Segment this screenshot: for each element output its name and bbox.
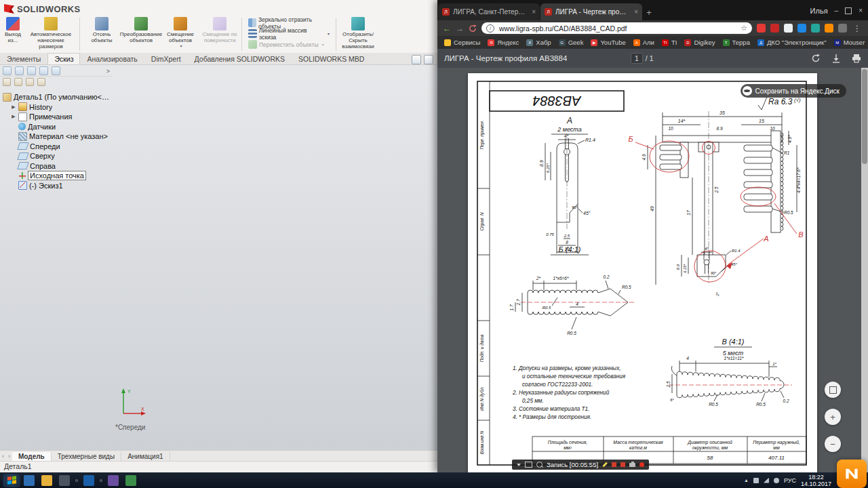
filter-icon[interactable] [3, 78, 11, 86]
extension-icon[interactable] [811, 24, 820, 33]
download-icon[interactable] [831, 54, 841, 63]
tree-item-material[interactable]: Материал <не указан> [0, 131, 113, 142]
part-icon[interactable] [14, 78, 22, 86]
extension-icon[interactable] [825, 24, 833, 33]
taskbar-app-icon[interactable] [24, 475, 35, 486]
bookmark-item[interactable]: ХХабр [526, 39, 551, 46]
autodimension-button[interactable]: Автоматическое нанесение размеров [24, 16, 77, 53]
close-button[interactable]: × [859, 7, 863, 14]
tab-sketch[interactable]: Эскиз [47, 53, 80, 64]
pdf-scrollbar[interactable] [861, 68, 868, 472]
convert-entities-button[interactable]: Преобразование объектов [121, 16, 161, 53]
expand-arrow-icon[interactable]: ▶ [11, 104, 16, 110]
tree-item-origin[interactable]: Исходная точка [0, 171, 113, 181]
recorder-pencil-icon[interactable] [602, 462, 607, 467]
recorder-collapse-icon[interactable] [517, 464, 521, 466]
tab-addins[interactable]: Добавления SOLIDWORKS [188, 53, 292, 64]
recorder-zoom-icon[interactable] [536, 462, 542, 468]
tree-item-right-plane[interactable]: Справа [0, 161, 113, 171]
propertymanager-tab-icon[interactable] [15, 66, 24, 75]
pan-tool-icon[interactable] [424, 55, 433, 64]
back-button[interactable]: ← [443, 24, 451, 33]
network-icon[interactable] [764, 478, 769, 483]
configurations-tab-icon[interactable] [27, 66, 36, 75]
display-pane-icon[interactable] [26, 78, 34, 86]
tree-item-sensors[interactable]: Датчики [0, 122, 113, 132]
start-button[interactable] [3, 474, 20, 487]
recorder-stop-button[interactable] [620, 462, 625, 467]
tree-item-annotations[interactable]: ▶ Примечания [0, 112, 113, 122]
page-info-icon[interactable]: i [486, 24, 494, 33]
offset-entities-button[interactable]: Смещение объектов ▾ [161, 16, 200, 53]
new-tab-button[interactable]: + [642, 7, 656, 20]
tree-root[interactable]: Деталь1 (По умолчанию<<По умолча... [0, 92, 113, 102]
tab-close-icon[interactable]: × [634, 8, 638, 16]
browser-tab-2-active[interactable]: Л ЛИГРА - Чертеж профи... × [540, 3, 642, 20]
bookmark-item[interactable]: ЯЯндекс [488, 39, 519, 46]
tab-features[interactable]: Элементы [0, 53, 47, 64]
displaymanager-tab-icon[interactable] [52, 66, 60, 75]
extension-icon[interactable] [797, 24, 806, 33]
tab-evaluate[interactable]: Анализировать [80, 53, 144, 64]
bookmark-item[interactable]: GGeek [559, 39, 584, 46]
tab-scroll-right-icon[interactable]: › [6, 453, 12, 460]
tree-item-front-plane[interactable]: Спереди [0, 142, 113, 152]
taskbar-app-running[interactable] [100, 479, 102, 482]
bookmark-item[interactable]: TТерра [723, 39, 750, 46]
taskbar-app-icon[interactable] [108, 475, 119, 486]
tree-item-history[interactable]: ▶ History [0, 102, 113, 113]
extension-icon[interactable] [784, 24, 793, 33]
rotate-icon[interactable] [811, 54, 821, 63]
tray-expand-icon[interactable]: ▲ [744, 478, 749, 483]
taskbar-app-icon[interactable] [41, 475, 52, 486]
trim-entities-button[interactable]: Отсечь объекты [82, 16, 121, 53]
tab-animation1[interactable]: Анимация1 [121, 452, 170, 461]
bookmark-star-icon[interactable]: ☆ [741, 24, 747, 33]
bookmark-item[interactable]: Сервисы [444, 39, 480, 46]
expand-arrow-icon[interactable]: ▶ [11, 114, 16, 119]
url-input[interactable] [498, 24, 737, 33]
profile-name[interactable]: Илья [810, 7, 828, 15]
reload-icon[interactable] [469, 24, 477, 33]
featuremanager-tree-tab-icon[interactable] [3, 66, 12, 75]
display-relations-button[interactable]: Отобразить/Скрыть взаимосвязи [338, 16, 378, 53]
taskbar-clock[interactable]: 18:22 14.10.2017 [801, 474, 831, 487]
tab-scroll-left-icon[interactable]: ‹ [0, 453, 6, 460]
browser-menu-icon[interactable]: ⋮ [852, 24, 863, 33]
omnibox[interactable]: i ☆ [481, 22, 752, 34]
bookmark-item[interactable]: TITI [662, 39, 677, 46]
exit-sketch-button[interactable]: Выход из... [1, 16, 24, 53]
bookmark-item[interactable]: MMouser [834, 39, 865, 46]
taskbar-app-icon[interactable] [59, 475, 70, 486]
linear-pattern-button[interactable]: Линейный массив эскиза ▾ [244, 28, 334, 39]
recorder-screen-icon[interactable] [525, 462, 532, 468]
taskbar-app-running[interactable] [75, 479, 78, 482]
volume-icon[interactable] [774, 478, 779, 483]
tab-close-icon[interactable]: × [532, 8, 536, 16]
zoom-tool-icon[interactable] [412, 55, 421, 64]
taskbar-app-icon[interactable] [125, 475, 136, 486]
extension-icon[interactable] [838, 24, 847, 33]
panel-expand-arrow[interactable]: > [106, 68, 110, 75]
maximize-button[interactable] [845, 7, 852, 14]
print-icon[interactable] [852, 54, 861, 63]
taskbar-app-icon[interactable] [83, 475, 94, 486]
tab-3d-views[interactable]: Трехмерные виды [52, 452, 121, 461]
language-indicator[interactable]: РУС [784, 477, 796, 484]
bookmark-item[interactable]: ▶YouTube [591, 39, 625, 46]
bookmark-item[interactable]: ДДКО "Электронщик" [757, 39, 827, 46]
browser-tab-1[interactable]: Л ЛИГРА, Санкт-Петербур... × [438, 3, 540, 20]
pdf-page-input[interactable]: 1 [631, 53, 643, 64]
offset-surface-button[interactable]: Смещение по поверхности [200, 16, 239, 53]
hide-tree-icon[interactable] [37, 78, 45, 86]
bookmark-item[interactable]: DDigikey [684, 39, 715, 46]
tab-model[interactable]: Модель [12, 452, 52, 461]
bookmark-item[interactable]: AАли [633, 39, 654, 46]
scrollbar-thumb[interactable] [862, 69, 867, 164]
extension-icon[interactable] [770, 24, 779, 33]
tab-mbd[interactable]: SOLIDWORKS MBD [292, 53, 371, 64]
fit-page-button[interactable] [825, 382, 841, 398]
solidworks-logo[interactable]: SOLIDWORKS [4, 3, 81, 14]
move-entities-button[interactable]: Переместить объекты ▾ [244, 39, 334, 49]
dimxpert-tab-icon[interactable] [39, 66, 48, 75]
